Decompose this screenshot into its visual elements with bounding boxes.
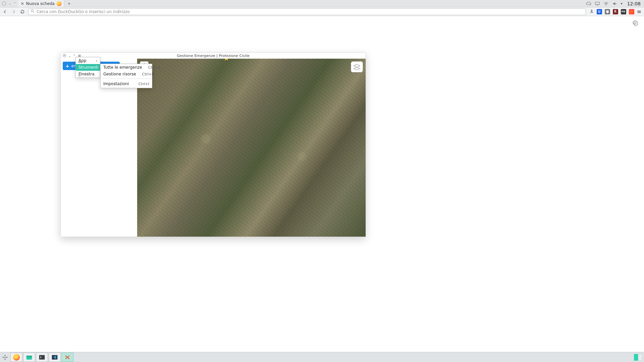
menu-item-app[interactable]: App › — [76, 57, 100, 64]
app-main-menu: App › Strumenti › Finestra › — [75, 57, 100, 78]
display-icon[interactable] — [595, 1, 600, 6]
svg-rect-1 — [595, 2, 599, 4]
hamburger-menu-icon[interactable]: ≡ — [637, 8, 641, 15]
svg-point-5 — [5, 355, 6, 356]
app-titlebar[interactable]: ✕ ⌄ ⌃ ≡ Gestione Emergenze | Protezione … — [61, 53, 366, 59]
tab-strip: ✕ Nuova scheda ＋ — [18, 0, 74, 7]
map-view[interactable]: + — [137, 59, 366, 237]
browser-tab[interactable]: ✕ Nuova scheda — [18, 0, 64, 7]
taskbar — [0, 352, 644, 362]
window-controls: ⌄ ⌃ — [0, 1, 18, 6]
firefox-icon — [13, 354, 20, 361]
svg-rect-11 — [39, 355, 45, 359]
menu-item-strumenti[interactable]: Strumenti › — [76, 64, 100, 71]
browser-toolbar: Cerca con DuckDuckGo o inserisci un indi… — [0, 7, 644, 16]
close-tab-icon[interactable]: ✕ — [21, 1, 24, 6]
search-icon — [31, 9, 35, 14]
chevron-right-icon: › — [96, 59, 97, 63]
task-files[interactable] — [23, 353, 35, 362]
ext-k-icon[interactable]: K — [613, 9, 618, 14]
plus-icon: + — [65, 63, 69, 69]
terminal-icon — [39, 354, 45, 360]
window-titlebar: ⌄ ⌃ ✕ Nuova scheda ＋ ▾ 12:08 — [0, 0, 644, 7]
app-submenu-strumenti: Tutte le emergenze Ctrl+E Gestione risor… — [100, 64, 152, 88]
svg-point-8 — [6, 357, 7, 358]
forward-button[interactable] — [11, 9, 17, 15]
window-max-icon[interactable]: ⌃ — [13, 2, 16, 5]
download-icon[interactable] — [589, 8, 594, 15]
new-tab-button[interactable]: ＋ — [64, 0, 74, 7]
menu-item-tutte-emergenze[interactable]: Tutte le emergenze Ctrl+E — [101, 64, 152, 71]
app-close-icon[interactable]: ✕ — [63, 54, 66, 57]
svg-point-4 — [3, 357, 4, 358]
vscode-icon — [51, 354, 58, 360]
menu-item-gestione-risorse[interactable]: Gestione risorse Ctrl+R — [101, 71, 152, 77]
x-icon — [64, 354, 71, 360]
app-launcher-button[interactable] — [0, 352, 10, 362]
cloud-icon[interactable] — [586, 1, 591, 6]
svg-rect-10 — [26, 356, 32, 357]
url-bar[interactable]: Cerca con DuckDuckGo o inserisci un indi… — [28, 8, 586, 15]
map-layers-button[interactable] — [351, 61, 363, 72]
app-min-icon[interactable]: ⌄ — [68, 54, 71, 58]
ext-orange-icon[interactable] — [629, 9, 634, 14]
task-xorg[interactable] — [61, 353, 73, 362]
firefox-icon — [57, 1, 61, 6]
ext-shield-icon[interactable] — [605, 9, 610, 14]
clock[interactable]: 12:08 — [626, 1, 641, 6]
task-firefox[interactable] — [10, 353, 22, 362]
window-menu-icon[interactable] — [2, 1, 6, 6]
menu-item-impostazioni[interactable]: Impostazioni Ctrl+I — [101, 80, 152, 88]
chevron-down-icon[interactable]: ▾ — [621, 2, 623, 5]
menu-separator — [101, 78, 152, 79]
folder-icon — [26, 354, 33, 360]
svg-point-3 — [31, 10, 33, 12]
task-vscode[interactable] — [49, 353, 61, 362]
tray-widget[interactable] — [634, 353, 644, 362]
extension-icons: U K PD ≡ — [589, 8, 642, 15]
app-title: Gestione Emergenze | Protezione Civile — [61, 54, 366, 58]
tab-label: Nuova scheda — [26, 1, 55, 6]
task-terminal[interactable] — [36, 353, 48, 362]
url-placeholder: Cerca con DuckDuckGo o inserisci un indi… — [37, 9, 130, 14]
map-marker-icon[interactable] — [223, 59, 230, 61]
window-min-icon[interactable]: ⌄ — [8, 2, 11, 5]
ext-pd-icon[interactable]: PD — [621, 9, 626, 14]
reload-button[interactable] — [19, 9, 25, 15]
volume-icon[interactable] — [612, 1, 618, 6]
back-button[interactable] — [2, 9, 8, 15]
ext-bitwarden-icon[interactable]: U — [597, 9, 602, 14]
svg-point-6 — [5, 357, 6, 358]
page-settings-icon[interactable] — [632, 20, 638, 27]
svg-point-0 — [2, 2, 6, 5]
svg-point-7 — [5, 358, 6, 359]
wifi-icon[interactable] — [603, 1, 609, 6]
svg-point-2 — [606, 5, 606, 5]
menu-item-finestra[interactable]: Finestra › — [76, 71, 100, 77]
system-tray: ▾ 12:08 — [583, 1, 644, 6]
browser-viewport: ✕ ⌄ ⌃ ≡ Gestione Emergenze | Protezione … — [0, 16, 644, 355]
